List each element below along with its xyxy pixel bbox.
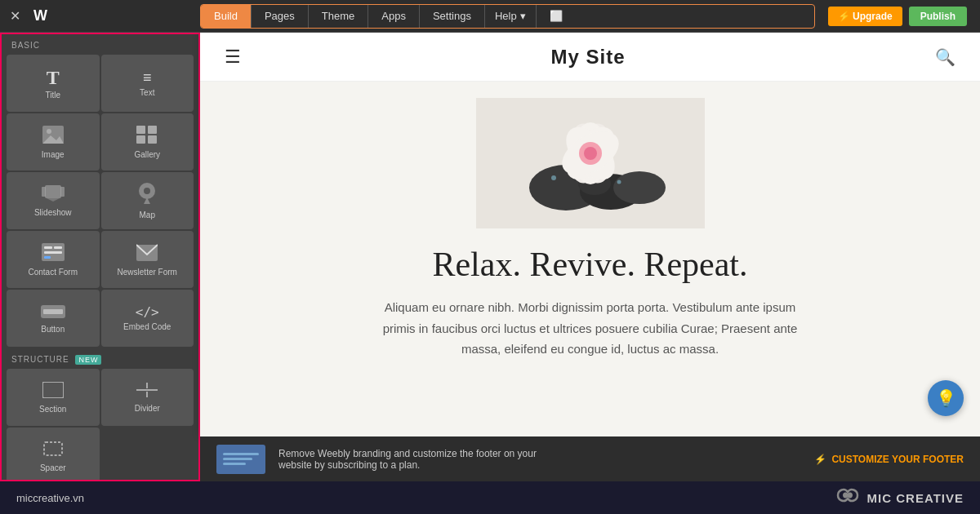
sidebar-item-gallery[interactable]: Gallery	[101, 113, 194, 171]
new-badge: NEW	[75, 355, 101, 365]
svg-rect-22	[42, 382, 64, 398]
title-icon: T	[47, 68, 60, 87]
preview-line	[223, 458, 252, 460]
map-icon	[138, 183, 156, 207]
sidebar-item-text[interactable]: ≡ Text	[101, 55, 194, 112]
slideshow-icon	[42, 185, 65, 205]
footer-banner-text: Remove Weebly branding and customize the…	[278, 448, 556, 471]
tab-build[interactable]: Build	[201, 5, 252, 28]
svg-point-46	[551, 175, 556, 180]
sidebar-item-label: Map	[140, 210, 155, 220]
sidebar-item-spacer[interactable]: Spacer	[7, 428, 100, 481]
sidebar-item-title[interactable]: T Title	[7, 55, 100, 112]
main-area: BASIC T Title ≡ Text Image Gallery	[0, 33, 980, 481]
site-body-text: Aliquam eu ornare nibh. Morbi dignissim …	[378, 297, 803, 360]
sidebar-item-label: Text	[140, 88, 154, 98]
sidebar-item-label: Embed Code	[123, 322, 171, 332]
site-header: ☰ My Site 🔍	[200, 33, 980, 82]
svg-point-47	[617, 180, 621, 184]
svg-rect-6	[148, 135, 157, 144]
brand-icon	[833, 485, 862, 510]
newsletter-form-icon	[136, 243, 158, 264]
hamburger-icon[interactable]: ☰	[225, 47, 241, 68]
sidebar-item-label: Section	[39, 405, 66, 414]
structure-grid: Section Divider Spacer	[2, 367, 198, 481]
site-content: Relax. Revive. Repeat. Aliquam eu ornare…	[200, 82, 980, 436]
svg-rect-16	[54, 246, 62, 249]
image-icon	[42, 126, 64, 147]
svg-marker-10	[47, 198, 60, 202]
customize-footer-button[interactable]: ⚡ CUSTOMIZE YOUR FOOTER	[814, 454, 964, 465]
sidebar-item-label: Newsletter Form	[118, 268, 177, 277]
svg-rect-17	[44, 251, 62, 254]
svg-rect-4	[148, 126, 157, 134]
sidebar-item-label: Spacer	[40, 463, 66, 473]
footer-left: Remove Weebly branding and customize the…	[216, 445, 556, 474]
sidebar-item-slideshow[interactable]: Slideshow	[7, 172, 100, 229]
section-label-basic: BASIC	[2, 34, 198, 53]
svg-point-1	[47, 129, 51, 134]
bottom-bar: miccreative.vn MIC CREATIVE	[0, 481, 980, 514]
svg-point-12	[144, 188, 150, 194]
footer-banner: Remove Weebly branding and customize the…	[200, 436, 980, 481]
gallery-icon	[136, 126, 158, 147]
basic-grid: T Title ≡ Text Image Gallery	[2, 53, 198, 348]
cta-label: CUSTOMIZE YOUR FOOTER	[831, 454, 964, 465]
top-bar-left: ✕ W	[0, 7, 200, 24]
sidebar-item-contact-form[interactable]: Contact Form	[7, 231, 100, 288]
sidebar-item-label: Button	[41, 325, 65, 335]
tab-apps[interactable]: Apps	[368, 5, 420, 28]
top-bar-right: ⚡ Upgrade Publish	[815, 7, 980, 26]
brand-name-text: MIC CREATIVE	[867, 491, 964, 505]
site-title: My Site	[550, 46, 625, 69]
sidebar-item-label: Image	[42, 150, 65, 160]
svg-rect-7	[45, 185, 61, 198]
preview-lines	[223, 453, 259, 465]
svg-rect-18	[44, 256, 51, 259]
preview-line	[223, 463, 246, 465]
svg-rect-15	[44, 246, 52, 249]
sidebar-item-label: Divider	[135, 404, 160, 414]
sidebar-item-label: Title	[45, 91, 60, 100]
sidebar-item-section[interactable]: Section	[7, 369, 100, 426]
spacer-icon	[42, 441, 64, 460]
publish-button[interactable]: Publish	[909, 7, 967, 26]
help-fab-button[interactable]: 💡	[928, 380, 964, 416]
button-icon	[41, 304, 65, 321]
sidebar-item-image[interactable]: Image	[7, 113, 100, 171]
tab-monitor[interactable]: ⬜	[537, 5, 576, 28]
text-icon: ≡	[143, 70, 152, 85]
sidebar-item-newsletter-form[interactable]: Newsletter Form	[101, 231, 194, 288]
site-headline: Relax. Revive. Repeat.	[432, 245, 747, 284]
contact-form-icon	[42, 243, 65, 264]
tab-pages[interactable]: Pages	[252, 5, 309, 28]
search-icon[interactable]: 🔍	[935, 47, 956, 67]
sidebar-item-divider[interactable]: Divider	[101, 369, 194, 426]
tab-settings[interactable]: Settings	[420, 5, 485, 28]
weebly-logo: W	[33, 7, 47, 24]
sidebar-item-label: Contact Form	[28, 268, 78, 277]
svg-rect-9	[60, 187, 65, 197]
svg-point-45	[584, 147, 597, 160]
hero-image	[476, 98, 705, 228]
close-button[interactable]: ✕	[10, 8, 20, 24]
sidebar-item-map[interactable]: Map	[101, 172, 194, 229]
svg-rect-5	[136, 135, 145, 144]
sidebar-item-button[interactable]: Button	[7, 290, 100, 347]
brand-logo: MIC CREATIVE	[833, 485, 964, 510]
top-bar: ✕ W Build Pages Theme Apps Settings Help…	[0, 0, 980, 33]
footer-preview-thumbnail	[216, 445, 265, 474]
tab-help[interactable]: Help ▾	[485, 5, 537, 28]
svg-rect-8	[42, 187, 46, 197]
section-label-structure: STRUCTURE NEW	[2, 348, 198, 367]
svg-rect-21	[43, 309, 63, 314]
svg-rect-26	[44, 442, 62, 455]
sidebar-item-label: Gallery	[134, 150, 160, 160]
nav-tabs: Build Pages Theme Apps Settings Help ▾ ⬜	[200, 4, 815, 29]
lightning-icon: ⚡	[814, 454, 826, 465]
upgrade-button[interactable]: ⚡ Upgrade	[828, 7, 902, 26]
tab-theme[interactable]: Theme	[309, 5, 368, 28]
divider-icon	[136, 383, 158, 401]
svg-point-36	[613, 171, 666, 204]
sidebar-item-embed-code[interactable]: </> Embed Code	[101, 290, 194, 347]
